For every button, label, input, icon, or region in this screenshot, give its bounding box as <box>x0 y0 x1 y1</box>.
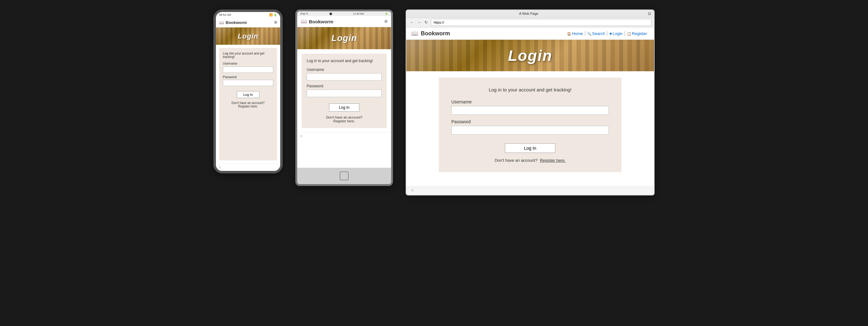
browser-hero-banner: Login <box>406 40 654 71</box>
tablet-hero-title: Login <box>331 33 357 43</box>
browser-register-link[interactable]: 📋Register <box>625 31 649 36</box>
browser-hero-title: Login <box>508 47 553 64</box>
browser-register-text: Don't have an account? Register here. <box>451 158 609 163</box>
phone-register-link[interactable]: Register here. <box>238 105 258 108</box>
browser-toolbar: ← → ↻ <box>406 18 654 27</box>
phone-device: 09:52 AM 📶 🔋 📖 Bookworm ≡ Login Log into… <box>213 9 283 173</box>
tablet-battery: 🔋 <box>385 12 388 15</box>
search-icon: 🔍 <box>587 32 592 36</box>
tablet-navbar: 📖 Bookworm ≡ <box>297 16 391 27</box>
phone-time: 09:52 AM <box>219 13 231 17</box>
browser-tagline: Log in to your account and get tracking! <box>451 87 609 92</box>
phone-app-name: Bookworm <box>226 20 247 25</box>
tablet-status-time: 11:40 AM <box>353 12 364 15</box>
tablet-tagline: Log in to your account and get tracking! <box>307 59 382 63</box>
tablet-username-input[interactable] <box>307 73 382 81</box>
browser-book-icon: 📖 <box>411 30 418 37</box>
browser-main-content: Log in to your account and get tracking!… <box>406 71 654 186</box>
phone-status-bar: 09:52 AM 📶 🔋 <box>216 12 280 18</box>
tablet-register-text: Don't have an account? Register here. <box>307 115 382 123</box>
phone-password-input[interactable] <box>223 80 273 86</box>
tablet-footer: © <box>297 132 391 140</box>
phone-login-card: Log into your account and get tracking! … <box>219 48 277 160</box>
browser-password-input[interactable] <box>451 126 609 135</box>
phone-password-label: Password <box>223 76 273 79</box>
tablet-login-card: Log in to your account and get tracking!… <box>302 54 387 128</box>
browser-title-bar: A Web Page ⊡ <box>406 10 654 18</box>
browser-forward-button[interactable]: → <box>416 20 422 25</box>
browser-url-input[interactable] <box>431 19 651 26</box>
tablet-status-left: iPad ✦ <box>300 12 308 15</box>
phone-login-button[interactable]: Log In <box>237 91 260 98</box>
tablet-password-label: Password <box>307 84 382 88</box>
browser-password-label: Password <box>451 119 609 124</box>
tablet-device: iPad ✦ ⬤ 11:40 AM 🔋 📖 Bookworm ≡ Login L… <box>295 9 393 186</box>
phone-username-label: Username <box>223 62 273 65</box>
browser-refresh-button[interactable]: ↻ <box>423 20 429 25</box>
tablet-status-bar: iPad ✦ ⬤ 11:40 AM 🔋 <box>297 11 391 16</box>
browser-navbar: 📖 Bookworm 🏠Home 🔍Search ✚Login 📋Registe… <box>406 27 654 40</box>
phone-tagline: Log into your account and get tracking! <box>223 52 273 59</box>
login-icon: ✚ <box>609 32 612 36</box>
browser-username-label: Username <box>451 99 609 105</box>
tablet-hero-banner: Login <box>297 27 391 49</box>
browser-username-input[interactable] <box>451 106 609 115</box>
browser-nav-links: 🏠Home 🔍Search ✚Login 📋Register <box>565 31 649 36</box>
browser-footer: © <box>406 186 654 195</box>
tablet-book-icon: 📖 <box>301 19 307 24</box>
tablet-username-label: Username <box>307 67 382 72</box>
tablet-app-name: Bookworm <box>309 19 334 24</box>
browser-window-btn[interactable]: ⊡ <box>648 12 651 16</box>
browser-title-text: A Web Page <box>519 12 538 16</box>
phone-hero-title: Login <box>238 32 258 40</box>
phone-username-input[interactable] <box>223 66 273 73</box>
phone-register-text: Don't have an account? Register here. <box>223 101 273 108</box>
book-icon: 📖 <box>219 20 224 25</box>
browser-nav-buttons: ← → ↻ <box>409 20 429 25</box>
tablet-content-area: 📖 Bookworm ≡ Login Log in to your accoun… <box>297 16 391 168</box>
browser-back-button[interactable]: ← <box>409 20 415 25</box>
browser-home-link[interactable]: 🏠Home <box>565 31 585 36</box>
phone-navbar: 📖 Bookworm ≡ <box>216 18 280 27</box>
phone-hamburger-icon[interactable]: ≡ <box>274 20 277 25</box>
tablet-password-input[interactable] <box>307 90 382 97</box>
home-icon: 🏠 <box>567 32 571 36</box>
tablet-register-link[interactable]: Register here. <box>333 119 355 123</box>
tablet-home-button[interactable] <box>340 172 349 180</box>
browser-register-link[interactable]: Register here. <box>540 158 566 163</box>
tablet-hamburger-icon[interactable]: ≡ <box>384 19 388 24</box>
phone-signal: 📶 🔋 <box>269 13 277 17</box>
phone-logo-area: 📖 Bookworm <box>219 20 247 25</box>
browser-search-link[interactable]: 🔍Search <box>585 31 607 36</box>
tablet-logo-area: 📖 Bookworm <box>301 19 334 24</box>
tablet-camera: ⬤ <box>329 12 332 15</box>
register-icon: 📋 <box>627 32 631 36</box>
browser-logo-area: 📖 Bookworm <box>411 30 450 37</box>
phone-hero-banner: Login <box>216 27 280 45</box>
tablet-login-button[interactable]: Log In <box>329 103 359 112</box>
browser-window: A Web Page ⊡ ← → ↻ 📖 Bookworm 🏠Home 🔍Sea… <box>406 9 655 196</box>
browser-app-name: Bookworm <box>421 30 450 37</box>
browser-login-card: Log in to your account and get tracking!… <box>439 78 622 172</box>
tablet-bottom-bar <box>297 168 391 184</box>
phone-footer: © <box>216 164 280 171</box>
browser-login-button[interactable]: Log In <box>505 144 556 153</box>
browser-login-link[interactable]: ✚Login <box>607 31 625 36</box>
